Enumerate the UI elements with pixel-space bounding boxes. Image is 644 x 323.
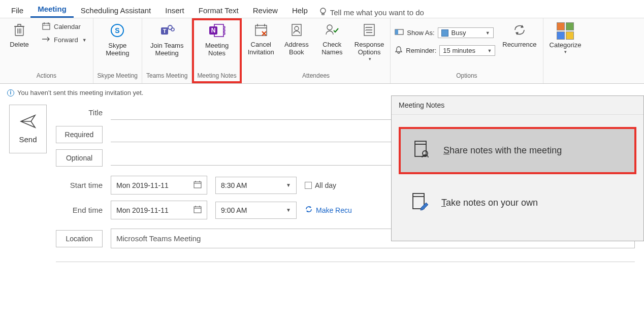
ribbon-tabs: File Meeting Scheduling Assistant Insert… (0, 0, 644, 18)
start-date-picker[interactable]: Mon 2019-11-11 (111, 176, 207, 195)
make-recurring-link[interactable]: Make Recu (305, 205, 352, 215)
lightbulb-icon (319, 7, 327, 18)
share-notes-label: Share notes with the meeting (443, 145, 562, 156)
tab-format-text[interactable]: Format Text (191, 3, 246, 18)
meeting-notes-dialog: Meeting Notes Share notes with the meeti… (391, 95, 644, 241)
start-time-value: 8:30 AM (221, 181, 247, 189)
skype-meeting-button[interactable]: S Skype Meeting (102, 20, 133, 59)
address-book-button[interactable]: Address Book (281, 20, 312, 58)
calendar-icon (42, 21, 51, 32)
busy-color-icon (441, 29, 448, 37)
show-as-icon (395, 28, 404, 37)
group-attendees: Cancel Invitation Address Book Check Nam… (242, 18, 391, 83)
tab-scheduling-assistant[interactable]: Scheduling Assistant (74, 3, 158, 18)
categorize-button[interactable]: Categorize ▾ (548, 20, 584, 56)
show-as-dropdown[interactable]: Busy ▼ (438, 27, 494, 38)
chevron-down-icon: ▼ (82, 38, 87, 43)
svg-text:T: T (163, 28, 166, 34)
check-names-label: Check Names (321, 41, 342, 56)
delete-label: Delete (10, 41, 29, 49)
svg-point-9 (171, 28, 174, 31)
end-date-value: Mon 2019-11-11 (116, 206, 169, 214)
make-recurring-label: Make Recu (316, 206, 352, 214)
join-teams-button[interactable]: T Join Teams Meeting (148, 20, 186, 59)
separator (56, 262, 635, 262)
recurrence-label: Recurrence (502, 41, 536, 49)
checkbox-icon (305, 182, 312, 189)
response-options-icon (362, 22, 376, 39)
group-teams-label: Teams Meeting (146, 70, 187, 81)
end-time-picker[interactable]: 9:00 AM ▼ (215, 202, 297, 219)
share-notes-option[interactable]: Share notes with the meeting (399, 127, 636, 174)
tab-meeting[interactable]: Meeting (30, 2, 74, 18)
start-date-value: Mon 2019-11-11 (116, 181, 169, 189)
group-actions: Delete Calendar Forward ▼ Actions (0, 18, 93, 83)
svg-text:S: S (115, 26, 120, 35)
calendar-cancel-icon (253, 22, 269, 39)
cancel-label: Cancel Invitation (248, 41, 274, 56)
location-button[interactable]: Location (56, 230, 103, 247)
tab-review[interactable]: Review (246, 3, 285, 18)
response-options-button[interactable]: Response Options ▾ (352, 20, 387, 63)
categorize-icon (557, 22, 574, 40)
group-notes-label: Meeting Notes (197, 70, 236, 81)
reminder-value: 15 minutes (443, 47, 483, 54)
calendar-icon (194, 205, 202, 215)
svg-rect-1 (322, 13, 324, 15)
chevron-down-icon: ▾ (564, 49, 567, 54)
chevron-down-icon: ▼ (486, 30, 490, 36)
info-text: You haven't sent this meeting invitation… (17, 89, 143, 96)
svg-rect-3 (43, 23, 50, 29)
svg-rect-21 (194, 207, 201, 213)
ribbon: Delete Calendar Forward ▼ Actions (0, 18, 644, 84)
check-names-button[interactable]: Check Names (317, 20, 347, 58)
copy-to-calendar-button[interactable]: Calendar (40, 20, 89, 33)
group-skype-label: Skype Meeting (98, 70, 138, 81)
tell-me-label: Tell me what you want to do (330, 8, 424, 17)
tab-insert[interactable]: Insert (158, 3, 191, 18)
group-teams: T Join Teams Meeting Teams Meeting (142, 18, 192, 83)
send-button[interactable]: Send (9, 105, 47, 153)
meeting-notes-label: Meeting Notes (205, 42, 229, 57)
end-time-value: 9:00 AM (221, 206, 247, 214)
svg-point-0 (320, 8, 326, 13)
send-label: Send (19, 135, 37, 144)
check-names-icon (325, 22, 340, 39)
end-time-label: End time (56, 206, 103, 214)
all-day-checkbox[interactable]: All day (305, 181, 336, 189)
categorize-label: Categorize (550, 42, 582, 49)
required-button[interactable]: Required (56, 126, 103, 143)
response-label: Response Options (355, 41, 384, 56)
teams-label: Join Teams Meeting (150, 42, 184, 57)
take-own-notes-option[interactable]: Take notes on your own (399, 181, 636, 224)
chevron-down-icon: ▼ (487, 48, 492, 53)
group-skype: S Skype Meeting Skype Meeting (93, 18, 142, 83)
end-date-picker[interactable]: Mon 2019-11-11 (111, 201, 207, 219)
optional-button[interactable]: Optional (56, 149, 103, 167)
chevron-down-icon: ▾ (369, 56, 371, 61)
svg-rect-19 (395, 29, 398, 35)
cancel-invitation-button[interactable]: Cancel Invitation (246, 20, 276, 58)
dialog-title: Meeting Notes (392, 96, 643, 115)
svg-rect-22 (415, 141, 426, 156)
group-options: Show As: Busy ▼ Reminder: 15 minutes ▼ (391, 18, 543, 83)
svg-rect-20 (194, 182, 201, 188)
meeting-notes-button[interactable]: N Meeting Notes (202, 20, 232, 59)
forward-button[interactable]: Forward ▼ (40, 35, 89, 45)
start-time-picker[interactable]: 8:30 AM ▼ (215, 177, 297, 194)
take-own-notes-label: Take notes on your own (441, 198, 538, 208)
trash-icon (12, 22, 26, 39)
teams-icon: T (159, 22, 175, 40)
tell-me-search[interactable]: Tell me what you want to do (319, 7, 424, 18)
tab-file[interactable]: File (4, 3, 30, 18)
title-label: Title (56, 108, 103, 117)
onenote-icon: N (208, 22, 226, 40)
tab-help[interactable]: Help (285, 3, 315, 18)
reminder-dropdown[interactable]: 15 minutes ▼ (439, 45, 495, 56)
skype-icon: S (109, 22, 125, 40)
recurrence-button[interactable]: Recurrence (500, 20, 538, 51)
recurrence-icon (305, 205, 313, 215)
forward-arrow-icon (42, 36, 51, 44)
delete-button[interactable]: Delete (4, 20, 35, 51)
take-notes-icon (410, 191, 430, 214)
